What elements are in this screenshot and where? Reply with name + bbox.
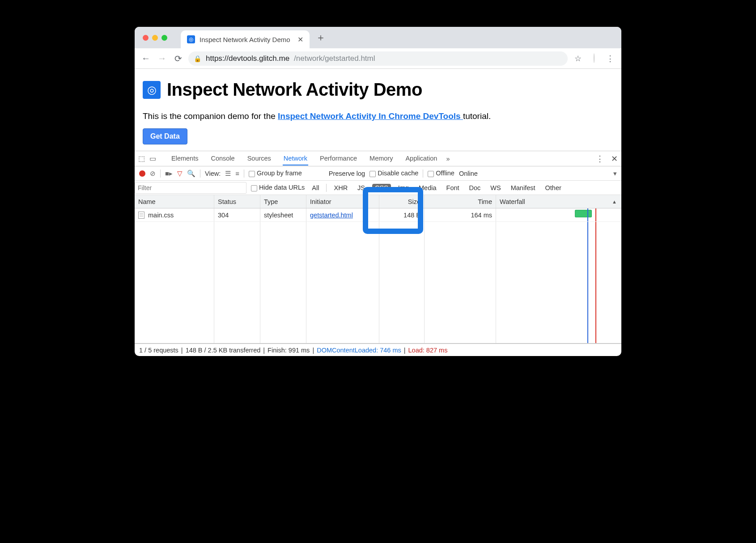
devtools-close-icon[interactable]: ✕ <box>611 154 618 164</box>
type-filter-css[interactable]: CSS <box>372 184 391 192</box>
divider <box>200 170 200 178</box>
cell-initiator: getstarted.html <box>306 208 379 221</box>
disable-cache-checkbox[interactable]: Disable cache <box>370 170 418 177</box>
type-filter-img[interactable]: Img <box>395 184 412 192</box>
waterfall-view-icon[interactable]: ≡ <box>235 170 239 177</box>
waterfall-bar <box>575 210 592 217</box>
page-intro: This is the companion demo for the Inspe… <box>143 111 613 121</box>
offline-checkbox[interactable]: Offline <box>428 170 454 177</box>
chrome-menu-icon[interactable]: ⋮ <box>604 54 616 64</box>
cell-time: 164 ms <box>425 208 496 221</box>
devtools-panel: ⬚ ▭ ElementsConsoleSourcesNetworkPerform… <box>135 151 621 356</box>
dcl-line-icon <box>587 208 588 221</box>
divider <box>160 170 161 178</box>
large-rows-icon[interactable]: ☰ <box>225 170 231 178</box>
reload-icon[interactable]: ⟳ <box>172 53 184 64</box>
network-table: Name Status Type Initiator Size Time Wat… <box>135 195 621 344</box>
type-filter-other[interactable]: Other <box>543 184 564 192</box>
url-path: /network/getstarted.html <box>294 54 375 63</box>
col-waterfall[interactable]: Waterfall ▲ <box>496 195 621 208</box>
type-filter-all[interactable]: All <box>309 184 322 192</box>
online-select[interactable]: Online <box>459 170 478 177</box>
url-host: https://devtools.glitch.me <box>206 54 289 63</box>
bookmark-star-icon[interactable]: ☆ <box>572 54 584 64</box>
inspect-element-icon[interactable]: ⬚ <box>138 154 145 163</box>
devtools-tab-performance[interactable]: Performance <box>319 152 358 165</box>
divider <box>244 170 244 178</box>
browser-window: ◎ Inspect Network Activity Demo ✕ ＋ ← → … <box>135 27 621 356</box>
record-icon[interactable] <box>139 170 145 177</box>
window-controls <box>140 35 170 41</box>
hide-data-urls-checkbox[interactable]: Hide data URLs <box>251 184 305 191</box>
devtools-tabbar: ⬚ ▭ ElementsConsoleSourcesNetworkPerform… <box>135 151 621 166</box>
new-tab-button[interactable]: ＋ <box>316 31 326 44</box>
search-icon[interactable]: 🔍 <box>187 170 195 178</box>
profile-avatar[interactable] <box>588 54 600 63</box>
filter-icon[interactable]: ▽ <box>177 170 183 178</box>
device-toolbar-icon[interactable]: ▭ <box>149 154 156 163</box>
col-initiator[interactable]: Initiator <box>306 195 379 208</box>
type-filter-ws[interactable]: WS <box>488 184 503 192</box>
col-size[interactable]: Size <box>379 195 425 208</box>
network-options-row: ⊘ ■▸ ▽ 🔍 View: ☰ ≡ Group by frame Preser… <box>135 166 621 181</box>
devtools-menu-icon[interactable]: ⋮ <box>596 154 604 164</box>
col-status[interactable]: Status <box>214 195 260 208</box>
page-favicon-icon: ◎ <box>143 81 161 99</box>
close-tab-icon[interactable]: ✕ <box>297 35 303 44</box>
devtools-tab-console[interactable]: Console <box>210 152 235 165</box>
intro-post: tutorial. <box>463 111 491 121</box>
network-filter-row: Hide data URLs AllXHRJSCSSImgMediaFontDo… <box>135 181 621 195</box>
sb-dcl: DOMContentLoaded: 746 ms <box>317 347 401 354</box>
group-by-frame-checkbox[interactable]: Group by frame <box>249 170 302 177</box>
lock-icon: 🔒 <box>194 55 201 62</box>
page-content: ◎ Inspect Network Activity Demo This is … <box>135 69 621 151</box>
table-header: Name Status Type Initiator Size Time Wat… <box>135 195 621 208</box>
table-row[interactable]: main.css 304 stylesheet getstarted.html … <box>135 208 621 222</box>
back-icon[interactable]: ← <box>140 53 152 64</box>
type-filter-manifest[interactable]: Manifest <box>508 184 538 192</box>
sb-finish: Finish: 991 ms <box>268 347 310 354</box>
screenshots-icon[interactable]: ■▸ <box>165 170 173 178</box>
devtools-tab-memory[interactable]: Memory <box>369 152 394 165</box>
col-name[interactable]: Name <box>135 195 214 208</box>
clear-icon[interactable]: ⊘ <box>150 170 156 178</box>
col-time[interactable]: Time <box>425 195 496 208</box>
devtools-tab-elements[interactable]: Elements <box>170 152 199 165</box>
maximize-window-icon[interactable] <box>161 35 167 41</box>
devtools-tab-application[interactable]: Application <box>404 152 438 165</box>
minimize-window-icon[interactable] <box>152 35 158 41</box>
type-filter-doc[interactable]: Doc <box>467 184 484 192</box>
devtools-tab-network[interactable]: Network <box>283 152 308 165</box>
titlebar: ◎ Inspect Network Activity Demo ✕ ＋ <box>135 27 621 48</box>
intro-link[interactable]: Inspect Network Activity In Chrome DevTo… <box>278 111 463 121</box>
dcl-line-icon <box>587 222 588 343</box>
settings-caret-icon[interactable]: ▾ <box>613 170 617 178</box>
initiator-link[interactable]: getstarted.html <box>310 212 353 219</box>
file-icon <box>138 212 144 219</box>
type-filter-js[interactable]: JS <box>355 184 368 192</box>
network-statusbar: 1 / 5 requests | 148 B / 2.5 KB transfer… <box>135 344 621 356</box>
close-window-icon[interactable] <box>143 35 149 41</box>
divider <box>423 170 423 178</box>
forward-icon: → <box>156 53 168 64</box>
col-type[interactable]: Type <box>260 195 306 208</box>
get-data-button[interactable]: Get Data <box>143 128 187 144</box>
tab-favicon-icon: ◎ <box>187 35 195 43</box>
type-filter-media[interactable]: Media <box>416 184 439 192</box>
devtools-tab-sources[interactable]: Sources <box>246 152 272 165</box>
intro-pre: This is the companion demo for the <box>143 111 278 121</box>
preserve-log-checkbox[interactable]: Preserve log <box>329 170 365 177</box>
type-filter-font[interactable]: Font <box>444 184 462 192</box>
more-tabs-icon[interactable]: » <box>446 155 450 162</box>
load-line-icon <box>595 208 596 221</box>
load-line-icon <box>595 222 596 343</box>
sb-transferred: 148 B / 2.5 KB transferred <box>186 347 261 354</box>
filter-input[interactable] <box>135 182 246 194</box>
browser-tab[interactable]: ◎ Inspect Network Activity Demo ✕ <box>181 30 310 48</box>
browser-toolbar: ← → ⟳ 🔒 https://devtools.glitch.me/netwo… <box>135 48 621 69</box>
address-bar[interactable]: 🔒 https://devtools.glitch.me/network/get… <box>188 51 568 66</box>
sb-requests: 1 / 5 requests <box>139 347 178 354</box>
cell-name: main.css <box>135 208 214 221</box>
type-filter-xhr[interactable]: XHR <box>331 184 350 192</box>
view-label: View: <box>205 170 221 177</box>
